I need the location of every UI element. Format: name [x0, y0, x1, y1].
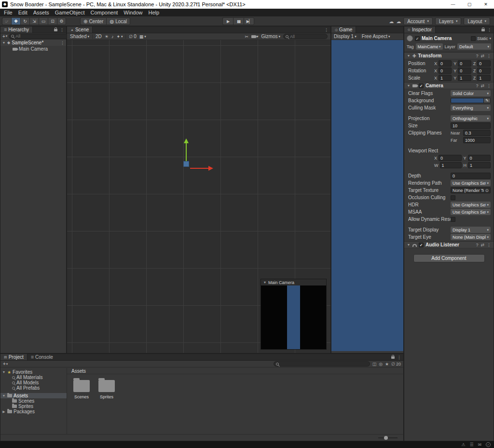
tree-item-favorites[interactable]: ▼ ★ Favorites — [0, 369, 67, 375]
background-color-swatch[interactable] — [451, 98, 484, 103]
viewport-w-label[interactable]: W — [434, 163, 439, 168]
scene-options-icon[interactable]: ⋮ — [60, 41, 65, 45]
menu-item-help[interactable]: Help — [145, 10, 162, 15]
transform-tool-button[interactable]: ⊡ — [48, 17, 57, 25]
gizmo-x-axis-arrowhead[interactable] — [208, 166, 213, 171]
object-picker-icon[interactable]: ⊙ — [485, 188, 489, 193]
pivot-center-button[interactable]: ⊕Center — [80, 17, 106, 25]
scale-tool-button[interactable]: ⇲ — [29, 17, 39, 25]
axis-z-label[interactable]: Z — [473, 61, 476, 66]
foldout-open-icon[interactable]: ▼ — [407, 84, 411, 87]
project-create-button[interactable]: +▾ — [3, 361, 8, 367]
account-dropdown[interactable]: Account▾ — [403, 17, 433, 25]
camera-preview-header[interactable]: ▼ Main Camera — [261, 279, 326, 285]
position-z-field[interactable]: 0 — [477, 60, 491, 67]
lock-icon[interactable] — [391, 356, 395, 359]
rendering-path-dropdown[interactable]: Use Graphics Settin▾ — [451, 180, 491, 186]
aspect-dropdown[interactable]: Free Aspect▾ — [362, 34, 390, 39]
foldout-open-icon[interactable]: ▼ — [2, 41, 6, 44]
presets-icon[interactable]: ⇄ — [480, 54, 484, 58]
menu-item-assets[interactable]: Assets — [30, 10, 52, 15]
menu-item-file[interactable]: File — [1, 10, 15, 15]
game-viewport[interactable] — [331, 40, 403, 351]
add-component-button[interactable]: Add Component — [413, 254, 485, 262]
viewport-y-field[interactable]: 0 — [468, 155, 491, 161]
lock-icon[interactable] — [54, 29, 57, 31]
tree-item-all-materials[interactable]: All Materials — [0, 375, 67, 380]
maximize-button[interactable]: ▢ — [461, 0, 478, 9]
tree-item-scenes[interactable]: Scenes — [0, 398, 67, 404]
camera-component-header[interactable]: ▼ ✓ Camera ? ⇄ ⋮ — [404, 82, 494, 89]
rotation-x-field[interactable]: 0 — [439, 68, 452, 74]
menu-item-window[interactable]: Window — [121, 10, 145, 15]
viewport-y-label[interactable]: Y — [464, 156, 467, 161]
viewport-h-field[interactable]: 1 — [468, 162, 491, 168]
transform-component-header[interactable]: ▼ ✚ Transform ? ⇄ ⋮ — [404, 52, 494, 59]
lock-icon[interactable] — [481, 29, 485, 31]
collab-icon[interactable]: ☁ — [389, 19, 394, 24]
position-x-field[interactable]: 0 — [439, 60, 452, 67]
gizmo-x-axis-arrow[interactable] — [190, 168, 208, 169]
custom-tool-button[interactable]: ⚙ — [57, 17, 66, 25]
scene-camera-dropdown[interactable]: ▾ — [251, 35, 259, 39]
scale-z-field[interactable]: 1 — [477, 75, 491, 81]
snap-settings-icon[interactable]: ✂ — [245, 34, 249, 39]
close-button[interactable]: ✕ — [478, 0, 494, 9]
cloud-services-icon[interactable]: ☁ — [396, 19, 401, 24]
status-activity-icon[interactable]: ☰ — [469, 442, 473, 447]
viewport-x-field[interactable]: 0 — [439, 155, 461, 161]
occlusion-culling-checkbox[interactable] — [451, 195, 455, 200]
axis-z-label[interactable]: Z — [473, 68, 476, 73]
kebab-menu-icon[interactable]: ⋮ — [397, 355, 401, 360]
target-display-dropdown[interactable]: Display 1▾ — [451, 227, 491, 233]
search-by-type-icon[interactable]: ◫ — [372, 362, 377, 367]
target-texture-object-field[interactable]: None (Render Text⊙ — [451, 187, 491, 193]
draw-mode-dropdown[interactable]: Shaded▾ — [70, 34, 89, 39]
scene-search-input[interactable] — [290, 34, 325, 39]
rect-tool-button[interactable]: ▭ — [39, 17, 48, 25]
gizmo-xy-plane-handle[interactable] — [183, 161, 189, 167]
scale-x-field[interactable]: 1 — [439, 75, 452, 81]
tree-item-all-prefabs[interactable]: All Prefabs — [0, 385, 67, 391]
status-log-icon[interactable]: ✉ — [478, 442, 481, 447]
viewport-w-field[interactable]: 1 — [440, 162, 462, 168]
tree-item-packages[interactable]: ▶ Packages — [0, 409, 67, 414]
rotation-z-field[interactable]: 0 — [477, 68, 491, 74]
axis-y-label[interactable]: Y — [453, 61, 456, 66]
size-field[interactable]: 10 — [451, 122, 491, 129]
grid-dropdown[interactable]: ▦▾ — [139, 34, 146, 39]
help-icon[interactable]: ? — [476, 83, 478, 88]
kebab-menu-icon[interactable]: ⋮ — [324, 27, 329, 32]
axis-x-label[interactable]: X — [434, 68, 437, 73]
eyedropper-icon[interactable]: ✎ — [484, 98, 491, 103]
tab-inspector[interactable]: ⊙Inspector — [404, 27, 436, 33]
projection-dropdown[interactable]: Orthographic▾ — [451, 115, 491, 122]
status-console-icon[interactable]: ⚠ — [461, 442, 465, 447]
lighting-toggle-icon[interactable]: ☀ — [105, 34, 109, 39]
asset-item-sprites[interactable]: Sprites — [96, 377, 117, 399]
scene-visibility-toggle[interactable]: ∅0 — [129, 34, 136, 39]
menu-item-edit[interactable]: Edit — [15, 10, 30, 15]
move-tool-button[interactable]: ✚ — [11, 17, 20, 25]
far-field[interactable]: 1000 — [463, 137, 491, 143]
axis-y-label[interactable]: Y — [453, 76, 456, 81]
axis-z-label[interactable]: Z — [473, 76, 476, 81]
depth-field[interactable]: 0 — [451, 173, 491, 179]
gameobject-active-checkbox[interactable]: ✓ — [415, 36, 420, 41]
axis-x-label[interactable]: X — [434, 76, 437, 81]
clear-flags-dropdown[interactable]: Solid Color▾ — [451, 90, 491, 96]
icon-size-slider[interactable] — [378, 437, 398, 438]
viewport-h-label[interactable]: H — [464, 163, 467, 168]
camera-enabled-checkbox[interactable]: ✓ — [419, 83, 424, 88]
rotation-y-field[interactable]: 0 — [458, 68, 471, 74]
tree-item-all-models[interactable]: All Models — [0, 380, 67, 385]
position-y-field[interactable]: 0 — [458, 60, 471, 67]
kebab-menu-icon[interactable]: ⋮ — [487, 243, 491, 247]
msaa-dropdown[interactable]: Use Graphics Settin▾ — [451, 209, 491, 215]
menu-item-gameobject[interactable]: GameObject — [52, 10, 88, 15]
kebab-menu-icon[interactable]: ⋮ — [487, 83, 491, 88]
viewport-x-label[interactable]: X — [434, 156, 437, 161]
culling-mask-dropdown[interactable]: Everything▾ — [451, 105, 491, 111]
tag-dropdown[interactable]: MainCame▾ — [416, 43, 443, 50]
display-dropdown[interactable]: Display 1▾ — [334, 34, 357, 39]
